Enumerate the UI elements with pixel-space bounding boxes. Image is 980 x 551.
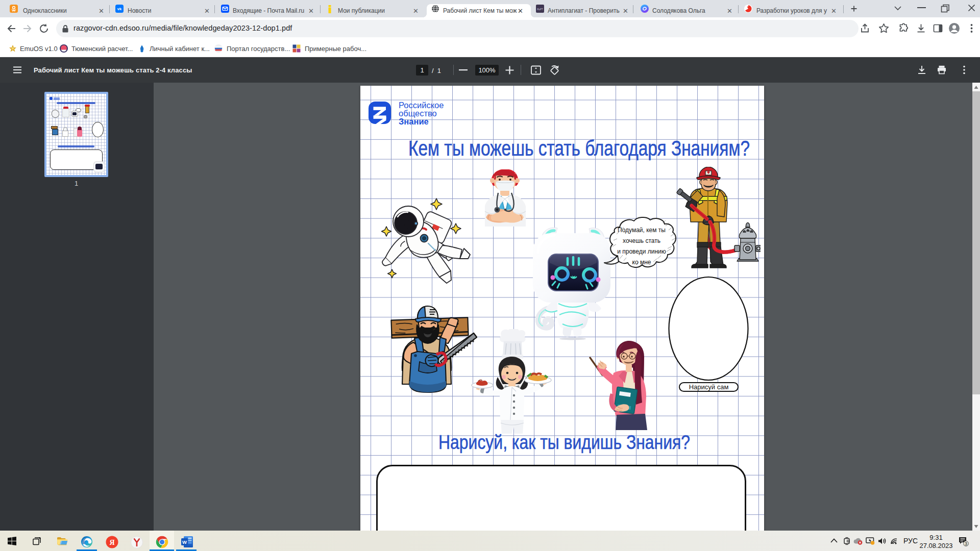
svg-text:W: W xyxy=(182,539,187,545)
svg-text:vk: vk xyxy=(117,7,122,11)
svg-text:3: 3 xyxy=(965,541,967,546)
svg-text:RuPT: RuPT xyxy=(537,8,543,11)
svg-text:Я: Я xyxy=(109,539,114,546)
